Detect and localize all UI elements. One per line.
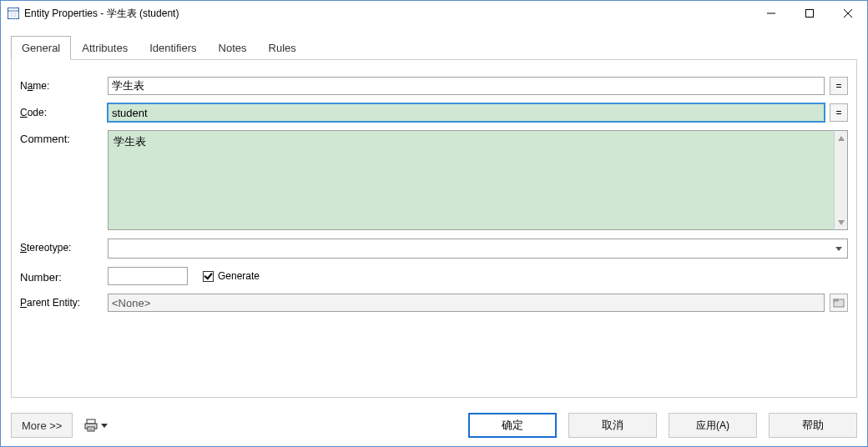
titlebar: Entity Properties - 学生表 (student) — [1, 1, 867, 26]
generate-checkbox-wrap[interactable]: Generate — [203, 270, 260, 282]
minimize-button[interactable] — [752, 1, 790, 26]
tab-rules[interactable]: Rules — [258, 36, 307, 59]
row-stereotype: Stereotype: — [20, 239, 848, 259]
footer: More >> 确定 取消 应用(A) 帮助 — [1, 406, 867, 446]
svg-marker-11 — [838, 220, 845, 225]
row-parent-entity: Parent Entity: — [20, 294, 848, 312]
scroll-up-icon[interactable] — [835, 131, 847, 145]
dialog-window: Entity Properties - 学生表 (student) Genera… — [0, 0, 868, 447]
label-number: Number: — [20, 269, 108, 284]
cancel-button[interactable]: 取消 — [568, 413, 657, 438]
label-comment: Comment: — [20, 130, 108, 145]
label-code: Code: — [20, 103, 108, 118]
parent-entity-field[interactable] — [108, 294, 825, 312]
client-area: General Attributes Identifiers Notes Rul… — [1, 26, 867, 406]
row-comment: Comment: 学生表 — [20, 130, 848, 230]
entity-icon — [8, 8, 19, 19]
svg-rect-7 — [806, 10, 814, 18]
window-title: Entity Properties - 学生表 (student) — [24, 7, 752, 21]
apply-button[interactable]: 应用(A) — [669, 413, 757, 438]
code-equals-button[interactable] — [830, 103, 848, 122]
row-code: Code: — [20, 103, 848, 122]
comment-scrollbar[interactable] — [834, 130, 848, 230]
tab-attributes[interactable]: Attributes — [71, 36, 139, 59]
scroll-down-icon[interactable] — [835, 215, 847, 229]
print-tool[interactable] — [84, 419, 108, 432]
maximize-button[interactable] — [790, 1, 829, 26]
code-input[interactable] — [108, 103, 825, 122]
tab-general[interactable]: General — [11, 36, 71, 60]
label-parent-entity: Parent Entity: — [20, 294, 108, 309]
row-number: Number: Generate — [20, 267, 848, 285]
comment-textarea[interactable]: 学生表 — [108, 130, 834, 230]
ok-button[interactable]: 确定 — [468, 413, 557, 438]
row-name: Name: — [20, 77, 848, 95]
tabstrip: General Attributes Identifiers Notes Rul… — [11, 34, 857, 59]
svg-rect-14 — [87, 419, 95, 424]
svg-rect-13 — [834, 299, 838, 301]
dropdown-caret-icon — [101, 424, 108, 428]
printer-icon — [84, 419, 98, 432]
tab-identifiers[interactable]: Identifiers — [139, 36, 207, 59]
generate-label: Generate — [218, 270, 260, 282]
more-button[interactable]: More >> — [11, 413, 73, 438]
svg-marker-10 — [838, 136, 845, 141]
name-equals-button[interactable] — [830, 77, 848, 95]
window-controls — [752, 1, 867, 26]
label-name: Name: — [20, 77, 108, 92]
name-input[interactable] — [108, 77, 825, 95]
label-stereotype: Stereotype: — [20, 239, 108, 254]
tab-notes[interactable]: Notes — [208, 36, 258, 59]
generate-checkbox[interactable] — [203, 271, 214, 282]
general-panel: Name: Code: Comment: 学生表 — [11, 59, 857, 398]
stereotype-combobox[interactable] — [108, 239, 848, 259]
parent-entity-browse-button[interactable] — [830, 294, 848, 312]
help-button[interactable]: 帮助 — [769, 413, 857, 438]
close-button[interactable] — [829, 1, 867, 26]
number-input[interactable] — [108, 267, 188, 285]
